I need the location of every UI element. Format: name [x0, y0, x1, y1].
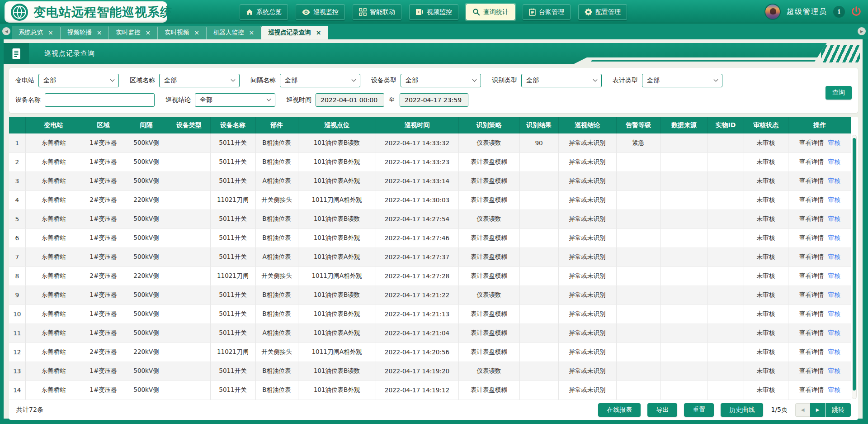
export-button[interactable]: 导出	[647, 403, 677, 417]
nav-button-video-monitor[interactable]: 视频监控	[409, 4, 458, 20]
time-from-input[interactable]: 2022-04-01 00:00	[316, 93, 384, 107]
tab-scroll-right-icon[interactable]: ▶	[858, 27, 866, 35]
review-link[interactable]: 审核	[828, 272, 840, 279]
cell: 1#变压器	[82, 286, 125, 305]
bay-name-select[interactable]: 全部	[280, 74, 360, 87]
nav-button-query-stats[interactable]: 查询统计	[466, 4, 515, 20]
column-header-4: 设备类型	[168, 117, 210, 133]
cell: 异常或未识别	[558, 210, 616, 229]
cell	[616, 381, 660, 400]
review-link[interactable]: 审核	[828, 386, 840, 393]
conclusion-select[interactable]: 全部	[195, 93, 275, 107]
column-header-9: 识别策略	[458, 117, 519, 133]
cell: 异常或未识别	[558, 152, 616, 172]
cell: 1#变压器	[82, 152, 125, 172]
review-link[interactable]: 审核	[828, 253, 840, 260]
view-detail-link[interactable]: 查看详情	[799, 329, 824, 336]
view-detail-link[interactable]: 查看详情	[799, 386, 824, 393]
device-type-select[interactable]: 全部	[401, 74, 481, 87]
tab-label: 实时视频	[165, 29, 189, 37]
view-detail-link[interactable]: 查看详情	[799, 291, 824, 298]
device-name-input[interactable]	[45, 93, 155, 107]
view-detail-link[interactable]: 查看详情	[799, 310, 824, 317]
tab-close-icon[interactable]: ×	[48, 29, 53, 36]
view-detail-link[interactable]: 查看详情	[799, 367, 824, 374]
cell	[660, 343, 708, 362]
region-name-label: 区域名称	[130, 76, 155, 85]
power-off-icon[interactable]	[851, 6, 862, 17]
review-link[interactable]: 审核	[828, 196, 840, 203]
review-link[interactable]: 审核	[828, 310, 840, 317]
review-link[interactable]: 审核	[828, 348, 840, 355]
cell: 2022-04-17 14:33:23	[376, 152, 458, 172]
review-link[interactable]: 审核	[828, 234, 840, 241]
nav-button-overview[interactable]: 系统总览	[240, 4, 288, 20]
nav-button-config-management[interactable]: 配置管理	[578, 4, 627, 20]
jump-page-button[interactable]: 跳转	[826, 403, 851, 417]
tab-inspection-record-query[interactable]: 巡视点记录查询×	[261, 26, 328, 39]
cell: 东善桥站	[25, 229, 82, 248]
tab-close-icon[interactable]: ×	[316, 29, 321, 36]
reset-button[interactable]: 重置	[684, 403, 714, 417]
cell	[660, 152, 708, 172]
tab-realtime-monitor[interactable]: 实时监控×	[109, 26, 158, 39]
state-grid-logo-icon	[10, 3, 28, 21]
recognition-type-select[interactable]: 全部	[521, 74, 602, 87]
cell: 2#变压器	[82, 267, 125, 286]
cell: 2022-04-17 14:19:12	[376, 381, 458, 400]
search-button[interactable]: 查询	[826, 86, 852, 100]
chevron-down-icon	[267, 96, 271, 101]
review-link[interactable]: 审核	[828, 329, 840, 336]
online-report-button[interactable]: 在线报表	[598, 403, 641, 417]
review-link[interactable]: 审核	[828, 291, 840, 298]
review-link[interactable]: 审核	[828, 367, 840, 374]
tab-close-icon[interactable]: ×	[249, 29, 254, 36]
meter-type-select[interactable]: 全部	[642, 74, 722, 87]
cell	[616, 210, 660, 229]
history-curve-button[interactable]: 历史曲线	[721, 403, 763, 417]
review-link[interactable]: 审核	[828, 158, 840, 165]
tab-close-icon[interactable]: ×	[194, 29, 199, 36]
review-link[interactable]: 审核	[828, 177, 840, 184]
view-detail-link[interactable]: 查看详情	[799, 177, 824, 184]
table-scrollbar-thumb[interactable]	[853, 138, 856, 391]
nav-button-inspection-monitor[interactable]: 巡视监控	[296, 4, 345, 20]
view-detail-link[interactable]: 查看详情	[799, 348, 824, 355]
view-detail-link[interactable]: 查看详情	[799, 139, 824, 146]
cell: 开关侧接头	[255, 343, 298, 362]
tab-robot-monitor[interactable]: 机器人监控×	[207, 26, 261, 39]
cell: 5011开关	[210, 210, 255, 229]
tab-video-carousel[interactable]: 视频轮播×	[61, 26, 109, 39]
next-page-button[interactable]: ▶	[810, 403, 825, 417]
tab-scroll-left-icon[interactable]: ◀	[2, 27, 10, 35]
view-detail-link[interactable]: 查看详情	[799, 272, 824, 279]
cell	[168, 152, 210, 172]
operations-cell: 查看详情审核	[788, 248, 851, 267]
prev-page-button[interactable]: ◀	[795, 403, 810, 417]
view-detail-link[interactable]: 查看详情	[799, 215, 824, 222]
review-link[interactable]: 审核	[828, 215, 840, 222]
info-icon[interactable]: i	[833, 6, 845, 18]
tab-realtime-video[interactable]: 实时视频×	[158, 26, 207, 39]
view-detail-link[interactable]: 查看详情	[799, 234, 824, 241]
view-detail-link[interactable]: 查看详情	[799, 196, 824, 203]
cell: 2#变压器	[82, 191, 125, 210]
tab-overview[interactable]: 系统总览×	[12, 26, 61, 39]
time-to-input[interactable]: 2022-04-17 23:59	[400, 93, 468, 107]
region-name-select[interactable]: 全部	[159, 74, 240, 87]
column-header-13: 数据来源	[660, 117, 708, 133]
review-link[interactable]: 审核	[828, 139, 840, 146]
station-select[interactable]: 全部	[38, 74, 119, 87]
nav-button-ledger-management[interactable]: 台账管理	[523, 4, 571, 20]
cell	[660, 172, 708, 191]
view-detail-link[interactable]: 查看详情	[799, 158, 824, 165]
avatar[interactable]	[764, 4, 781, 20]
gear-icon	[585, 8, 592, 16]
view-detail-link[interactable]: 查看详情	[799, 253, 824, 260]
column-header-8: 巡视时间	[376, 117, 458, 133]
tab-close-icon[interactable]: ×	[97, 29, 102, 36]
cell: 500kV侧	[125, 210, 168, 229]
nav-button-smart-linkage[interactable]: 智能联动	[353, 4, 401, 20]
tab-close-icon[interactable]: ×	[145, 29, 151, 36]
footer-controls: 在线报表导出重置历史曲线 1/5页 ◀ ▶ 跳转	[598, 403, 851, 417]
